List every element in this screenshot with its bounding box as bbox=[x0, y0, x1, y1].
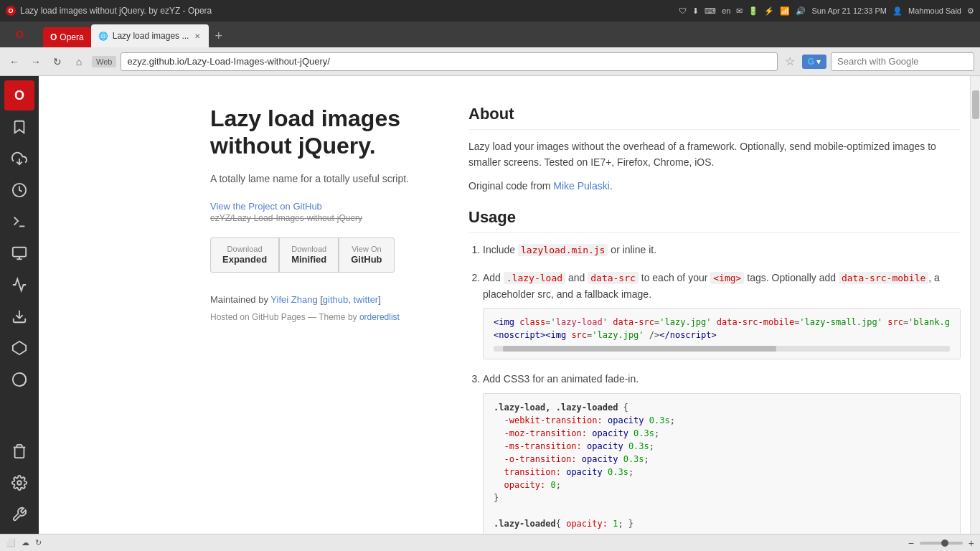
download-icon: ⬇ bbox=[692, 6, 699, 16]
opera-icon: O bbox=[6, 6, 16, 16]
usage-item-1: Include lazyload.min.js or inline it. bbox=[483, 242, 961, 258]
home-button[interactable]: ⌂ bbox=[70, 53, 88, 70]
reload-button[interactable]: ↻ bbox=[49, 53, 66, 70]
url-input[interactable] bbox=[121, 52, 777, 71]
download-arrow-icon bbox=[11, 309, 27, 324]
data-src-mobile-code: data-src-mobile bbox=[839, 272, 928, 284]
svg-rect-3 bbox=[13, 248, 26, 257]
user-icon: 👤 bbox=[892, 6, 903, 16]
search-engine-arrow: ▾ bbox=[816, 57, 821, 67]
sidebar-item-downloads[interactable] bbox=[4, 143, 34, 174]
bluetooth-icon: ⚡ bbox=[764, 6, 774, 16]
bottom-right: − + bbox=[908, 537, 974, 549]
sidebar-item-settings[interactable] bbox=[4, 468, 34, 498]
opera-sidebar-icon: O bbox=[14, 88, 24, 103]
wifi-icon: 📶 bbox=[780, 6, 790, 16]
sidebar-item-opera[interactable]: O bbox=[4, 80, 34, 110]
history-icon bbox=[11, 182, 27, 198]
about-paragraph-2: Original code from Mike Pulaski. bbox=[468, 178, 961, 194]
view-on-github-button[interactable]: View On GitHub bbox=[339, 237, 394, 273]
scroll-thumb bbox=[972, 90, 979, 119]
zoom-in-icon[interactable]: + bbox=[969, 537, 974, 549]
zoom-out-icon[interactable]: − bbox=[908, 537, 914, 549]
title-bar-left: O Lazy load images without jQuery. by ez… bbox=[6, 6, 212, 16]
web-badge: Web bbox=[92, 56, 116, 67]
settings-icon: ⚙ bbox=[967, 6, 974, 16]
stats-icon bbox=[11, 277, 27, 293]
github-profile-link[interactable]: github bbox=[323, 294, 348, 305]
download-buttons: Download Expanded Download Minified View… bbox=[210, 237, 425, 273]
maintained-by: Maintained by Yifei Zhang [github, twitt… bbox=[210, 294, 425, 305]
tab-close-button[interactable]: ✕ bbox=[193, 31, 202, 42]
usage-item-3: Add CSS3 for an animated fade-in. .lazy-… bbox=[483, 371, 961, 534]
bookmark-star-icon[interactable]: ☆ bbox=[782, 55, 798, 68]
title-bar: O Lazy load images without jQuery. by ez… bbox=[0, 0, 980, 22]
sync-icon: ↻ bbox=[35, 538, 42, 547]
sidebar-item-theme[interactable] bbox=[4, 364, 34, 395]
opera-tab-label: Opera bbox=[60, 32, 83, 42]
datetime-label: Sun Apr 21 12:33 PM bbox=[811, 6, 887, 15]
cloud-icon: ☁ bbox=[22, 538, 29, 547]
sidebar-item-tools[interactable] bbox=[4, 499, 34, 529]
sidebar-item-extension[interactable] bbox=[4, 333, 34, 363]
tab-title: Lazy load images ... bbox=[113, 31, 189, 41]
mail-icon: ✉ bbox=[736, 6, 743, 16]
opera-tab-logo: O bbox=[50, 32, 57, 42]
battery-icon: 🔋 bbox=[748, 6, 758, 16]
monitor-icon bbox=[11, 245, 27, 261]
terminal-icon bbox=[11, 214, 27, 230]
extension-icon bbox=[11, 340, 27, 356]
download-expanded-button[interactable]: Download Expanded bbox=[210, 237, 279, 273]
sidebar-item-monitor[interactable] bbox=[4, 238, 34, 268]
mike-pulaski-link[interactable]: Mike Pulaski bbox=[553, 180, 610, 192]
search-engine-button[interactable]: G ▾ bbox=[802, 55, 826, 69]
back-button[interactable]: ← bbox=[6, 53, 23, 70]
opera-tab[interactable]: O Opera bbox=[43, 27, 91, 47]
bottom-bar: ⬜ ☁ ↻ − + bbox=[0, 534, 980, 551]
downloads-icon bbox=[11, 151, 27, 166]
sidebar-item-terminal[interactable] bbox=[4, 207, 34, 237]
sidebar-item-stats[interactable] bbox=[4, 270, 34, 300]
sidebar-bottom bbox=[4, 436, 34, 529]
svg-point-9 bbox=[17, 481, 22, 485]
volume-icon: 🔊 bbox=[796, 6, 806, 16]
sidebar-toggle[interactable]: O bbox=[0, 22, 39, 47]
page-subtitle: A totally lame name for a totally useful… bbox=[210, 171, 425, 187]
vertical-scrollbar[interactable] bbox=[970, 76, 980, 534]
opera-tab-icon: O bbox=[16, 29, 24, 40]
twitter-profile-link[interactable]: twitter bbox=[354, 294, 379, 305]
tab-bar: O O Opera 🌐 Lazy load images ... ✕ + bbox=[0, 22, 980, 47]
status-icon: ⬜ bbox=[6, 538, 16, 547]
download-minified-button[interactable]: Download Minified bbox=[279, 237, 339, 273]
usage-item-2: Add .lazy-load and data-src to each of y… bbox=[483, 270, 961, 359]
sidebar-item-bookmarks[interactable] bbox=[4, 112, 34, 142]
new-tab-button[interactable]: + bbox=[209, 24, 228, 47]
sidebar-item-history[interactable] bbox=[4, 175, 34, 205]
sidebar-item-trash[interactable] bbox=[4, 436, 34, 466]
sidebar: O bbox=[0, 76, 39, 534]
github-link[interactable]: View the Project on GitHub bbox=[210, 201, 425, 212]
orderedlist-link[interactable]: orderedlist bbox=[359, 312, 400, 322]
bottom-left: ⬜ ☁ ↻ bbox=[6, 538, 42, 547]
active-tab[interactable]: 🌐 Lazy load images ... ✕ bbox=[91, 24, 209, 47]
code-scrollbar[interactable] bbox=[494, 346, 950, 352]
svg-marker-7 bbox=[13, 342, 26, 354]
theme-icon bbox=[11, 372, 27, 387]
img-tag-code: <img> bbox=[710, 272, 744, 284]
search-input[interactable] bbox=[831, 52, 974, 71]
bookmarks-icon bbox=[11, 119, 27, 135]
title-bar-right: 🛡 ⬇ ⌨ en ✉ 🔋 ⚡ 📶 🔊 Sun Apr 21 12:33 PM 👤… bbox=[679, 6, 974, 16]
address-bar: ← → ↻ ⌂ Web ☆ G ▾ bbox=[0, 47, 980, 76]
left-column: Lazy load images without jQuery. A total… bbox=[210, 105, 425, 534]
forward-button[interactable]: → bbox=[27, 53, 44, 70]
keyboard-icon: ⌨ bbox=[705, 6, 716, 16]
browser-content: Lazy load images without jQuery. A total… bbox=[39, 76, 970, 534]
sidebar-item-download-arrow[interactable] bbox=[4, 301, 34, 331]
code-block-1: <img class='lazy-load' data-src='lazy.jp… bbox=[483, 308, 961, 359]
lazyload-code: lazyload.min.js bbox=[518, 244, 608, 256]
maintained-name-link[interactable]: Yifei Zhang bbox=[270, 294, 317, 305]
zoom-slider[interactable] bbox=[920, 542, 963, 545]
tab-favicon: 🌐 bbox=[98, 32, 108, 41]
data-src-code: data-src bbox=[588, 272, 639, 284]
about-title: About bbox=[468, 105, 961, 130]
